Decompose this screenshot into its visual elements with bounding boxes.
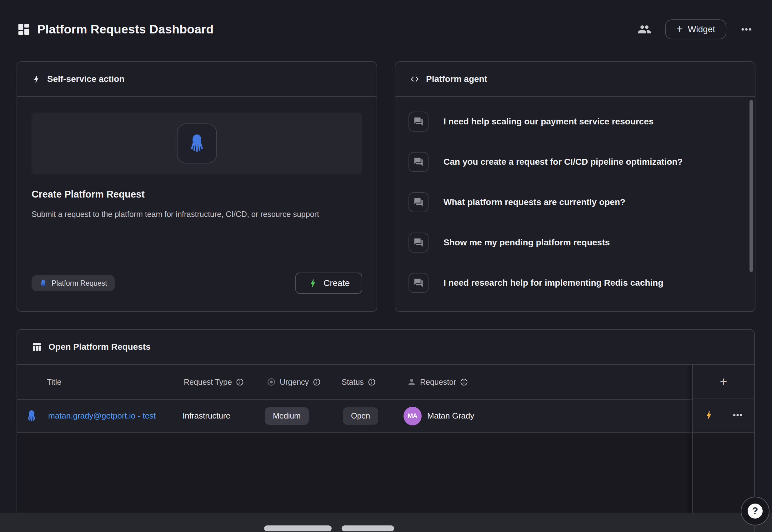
radio-icon bbox=[267, 377, 276, 387]
chat-icon bbox=[409, 273, 429, 293]
row-status-cell: Open bbox=[343, 400, 378, 432]
column-header-status[interactable]: Status bbox=[342, 365, 376, 399]
info-icon[interactable] bbox=[368, 378, 376, 386]
question-mark-icon: ? bbox=[748, 504, 763, 519]
requestor-name: Matan Grady bbox=[427, 411, 474, 421]
row-requestor-cell: MA Matan Grady bbox=[404, 400, 474, 432]
horizontal-scrollbar-thumb[interactable] bbox=[342, 525, 394, 531]
agent-suggestion-item[interactable]: What platform requests are currently ope… bbox=[395, 182, 755, 222]
agent-suggestion-text: Show me my pending platform requests bbox=[444, 238, 610, 248]
help-button[interactable]: ? bbox=[741, 497, 769, 525]
agent-suggestion-text: What platform requests are currently ope… bbox=[444, 197, 625, 207]
agent-suggestion-item[interactable]: Show me my pending platform requests bbox=[395, 222, 755, 263]
agent-suggestion-item[interactable]: I need research help for implementing Re… bbox=[395, 263, 755, 303]
row-more-options-icon[interactable] bbox=[730, 408, 745, 423]
action-image-panel bbox=[32, 113, 362, 174]
agent-suggestion-list: I need help scaling our payment service … bbox=[395, 97, 755, 303]
chat-icon bbox=[409, 192, 429, 212]
chat-icon bbox=[409, 152, 429, 172]
urgency-badge: Medium bbox=[265, 407, 309, 425]
chat-icon bbox=[409, 233, 429, 253]
add-widget-label: Widget bbox=[688, 24, 715, 34]
agent-suggestion-text: I need research help for implementing Re… bbox=[444, 278, 663, 288]
column-header-urgency[interactable]: Urgency bbox=[267, 365, 321, 399]
code-icon bbox=[410, 74, 420, 84]
row-urgency-cell: Medium bbox=[265, 400, 309, 432]
platform-request-chip-label: Platform Request bbox=[52, 279, 107, 288]
action-logo-tile bbox=[177, 123, 217, 163]
action-title: Create Platform Request bbox=[32, 189, 362, 200]
agent-vertical-scrollbar[interactable] bbox=[749, 100, 753, 272]
people-icon[interactable] bbox=[636, 21, 653, 38]
bolt-icon bbox=[32, 74, 41, 84]
run-action-bolt-icon[interactable] bbox=[702, 408, 716, 422]
octopus-chip-icon bbox=[39, 279, 47, 287]
agent-card-header: Platform agent bbox=[395, 62, 755, 97]
horizontal-scrollbar-track bbox=[0, 513, 772, 532]
column-label: Requestor bbox=[420, 378, 456, 387]
status-badge: Open bbox=[343, 407, 378, 425]
agent-suggestion-text: I need help scaling our payment service … bbox=[444, 117, 654, 127]
agent-suggestion-item[interactable]: I need help scaling our payment service … bbox=[395, 101, 755, 142]
table-empty-area bbox=[17, 433, 754, 513]
person-icon bbox=[407, 377, 416, 387]
column-label: Title bbox=[47, 378, 61, 387]
add-widget-button[interactable]: + Widget bbox=[665, 19, 726, 39]
self-service-card-header: Self-service action bbox=[17, 62, 377, 97]
page-title: Platform Requests Dashboard bbox=[37, 23, 214, 36]
create-button-label: Create bbox=[323, 278, 350, 288]
column-header-title[interactable]: Title bbox=[47, 365, 61, 399]
info-icon[interactable] bbox=[313, 378, 321, 386]
pinned-actions-column: + bbox=[692, 365, 754, 513]
requestor-avatar: MA bbox=[404, 407, 422, 425]
octopus-logo-icon bbox=[187, 133, 207, 154]
horizontal-scrollbar-thumb[interactable] bbox=[264, 525, 332, 531]
column-header-request-type[interactable]: Request Type bbox=[184, 365, 244, 399]
row-actions-cell bbox=[693, 399, 754, 431]
row-request-type: Infrastructure bbox=[183, 400, 230, 432]
agent-suggestion-item[interactable]: Can you create a request for CI/CD pipel… bbox=[395, 142, 755, 182]
platform-agent-widget: Platform agent I need help scaling our p… bbox=[395, 61, 755, 312]
self-service-action-widget: Self-service action Create Platform Requ… bbox=[17, 61, 377, 312]
more-options-icon[interactable] bbox=[738, 21, 754, 38]
info-icon[interactable] bbox=[236, 378, 244, 386]
bolt-green-icon bbox=[308, 278, 318, 288]
info-icon[interactable] bbox=[460, 378, 468, 386]
table-card-header: Open Platform Requests bbox=[17, 330, 754, 365]
plus-icon: + bbox=[720, 375, 727, 389]
table-column-header-row: Title Request Type Urgency Status bbox=[17, 365, 754, 400]
table-row: matan.grady@getport.io - test Infrastruc… bbox=[17, 400, 754, 433]
table-card-title: Open Platform Requests bbox=[48, 342, 151, 352]
plus-icon: + bbox=[676, 23, 683, 35]
octopus-entity-icon bbox=[25, 400, 38, 432]
self-service-card-title: Self-service action bbox=[47, 74, 124, 84]
column-label: Urgency bbox=[280, 378, 309, 387]
table-icon bbox=[32, 342, 42, 352]
agent-suggestion-text: Can you create a request for CI/CD pipel… bbox=[444, 157, 683, 167]
agent-card-title: Platform agent bbox=[426, 74, 487, 84]
action-description: Submit a request to the platform team fo… bbox=[32, 208, 347, 220]
column-label: Request Type bbox=[184, 378, 232, 387]
column-label: Status bbox=[342, 378, 364, 387]
dashboard-icon bbox=[17, 22, 31, 37]
add-column-button[interactable]: + bbox=[693, 365, 754, 399]
platform-request-chip[interactable]: Platform Request bbox=[32, 275, 115, 291]
open-platform-requests-widget: Open Platform Requests Title Request Typ… bbox=[17, 329, 755, 513]
column-header-requestor[interactable]: Requestor bbox=[407, 365, 468, 399]
app-header: Platform Requests Dashboard + Widget bbox=[17, 18, 754, 41]
chat-icon bbox=[409, 112, 429, 132]
create-button[interactable]: Create bbox=[295, 273, 362, 294]
row-title-link[interactable]: matan.grady@getport.io - test bbox=[48, 400, 156, 432]
